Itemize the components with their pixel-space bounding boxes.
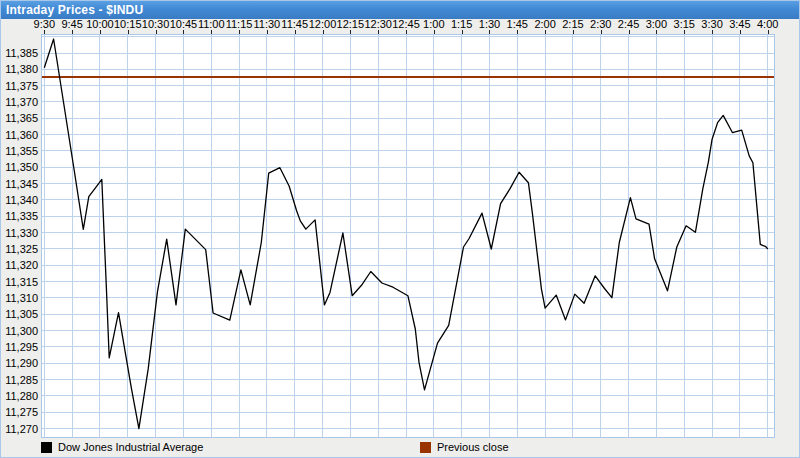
y-axis-label: 11,290 bbox=[1, 357, 38, 369]
y-axis-label: 11,280 bbox=[1, 390, 38, 402]
y-axis-label: 11,340 bbox=[1, 194, 38, 206]
y-axis-label: 11,305 bbox=[1, 308, 38, 320]
x-axis-label: 2:45 bbox=[618, 19, 639, 30]
x-axis: 9:309:4510:0010:1510:3010:4511:0011:1511… bbox=[41, 19, 781, 34]
x-axis-label: 2:15 bbox=[562, 19, 583, 30]
y-axis-label: 11,275 bbox=[1, 406, 38, 418]
x-axis-label: 3:00 bbox=[646, 19, 667, 30]
previous-close-swatch-icon bbox=[420, 442, 431, 453]
x-axis-label: 11:15 bbox=[226, 19, 253, 30]
y-axis-label: 11,330 bbox=[1, 227, 38, 239]
y-axis-label: 11,385 bbox=[1, 47, 38, 59]
y-axis-label: 11,375 bbox=[1, 80, 38, 92]
x-axis-label: 10:15 bbox=[114, 19, 142, 30]
x-axis-label: 2:00 bbox=[534, 19, 555, 30]
x-axis-label: 1:00 bbox=[423, 19, 444, 30]
y-axis-label: 11,315 bbox=[1, 276, 38, 288]
x-axis-label: 1:45 bbox=[507, 19, 528, 30]
y-axis-label: 11,335 bbox=[1, 210, 38, 222]
x-axis-label: 3:30 bbox=[701, 19, 722, 30]
y-axis-label: 11,345 bbox=[1, 178, 38, 190]
x-axis-label: 4:00 bbox=[757, 19, 778, 30]
legend-item-series: Dow Jones Industrial Average bbox=[41, 440, 203, 454]
y-axis-label: 11,310 bbox=[1, 292, 38, 304]
y-axis-label: 11,350 bbox=[1, 161, 38, 173]
y-axis-label: 11,355 bbox=[1, 145, 38, 157]
plot-area[interactable] bbox=[41, 34, 775, 438]
y-axis-label: 11,370 bbox=[1, 96, 38, 108]
series-swatch-icon bbox=[41, 442, 52, 453]
x-axis-label: 2:30 bbox=[590, 19, 611, 30]
x-axis-label: 3:45 bbox=[729, 19, 750, 30]
y-axis: 11,38511,38011,37511,37011,36511,36011,3… bbox=[1, 1, 38, 458]
y-axis-label: 11,320 bbox=[1, 259, 38, 271]
x-axis-label: 9:45 bbox=[61, 19, 82, 30]
y-axis-label: 11,285 bbox=[1, 374, 38, 386]
y-axis-label: 11,380 bbox=[1, 63, 38, 75]
y-axis-label: 11,300 bbox=[1, 325, 38, 337]
x-axis-label: 1:15 bbox=[451, 19, 472, 30]
x-axis-label: 12:15 bbox=[337, 19, 365, 30]
title-bar: Intraday Prices - $INDU bbox=[1, 1, 799, 19]
price-chart-canvas[interactable] bbox=[42, 35, 774, 437]
x-axis-label: 11:30 bbox=[254, 19, 281, 30]
x-axis-label: 12:00 bbox=[309, 19, 337, 30]
x-axis-label: 3:15 bbox=[674, 19, 695, 30]
y-axis-label: 11,295 bbox=[1, 341, 38, 353]
legend-previous-close-label: Previous close bbox=[437, 441, 509, 454]
y-axis-label: 11,270 bbox=[1, 423, 38, 435]
chart-window: Intraday Prices - $INDU 9:309:4510:0010:… bbox=[0, 0, 800, 458]
x-axis-label: 11:00 bbox=[198, 19, 225, 30]
x-axis-label: 1:30 bbox=[479, 19, 500, 30]
x-axis-label: 10:45 bbox=[170, 19, 198, 30]
x-axis-label: 10:30 bbox=[142, 19, 170, 30]
legend-series-label: Dow Jones Industrial Average bbox=[58, 441, 203, 454]
y-axis-label: 11,360 bbox=[1, 129, 38, 141]
y-axis-label: 11,365 bbox=[1, 112, 38, 124]
x-axis-label: 12:30 bbox=[364, 19, 392, 30]
legend-item-previous-close: Previous close bbox=[420, 440, 509, 454]
x-axis-label: 12:45 bbox=[392, 19, 420, 30]
x-axis-label: 10:00 bbox=[86, 19, 114, 30]
x-axis-label: 11:45 bbox=[281, 19, 308, 30]
legend: Dow Jones Industrial Average Previous cl… bbox=[1, 438, 799, 457]
y-axis-label: 11,325 bbox=[1, 243, 38, 255]
